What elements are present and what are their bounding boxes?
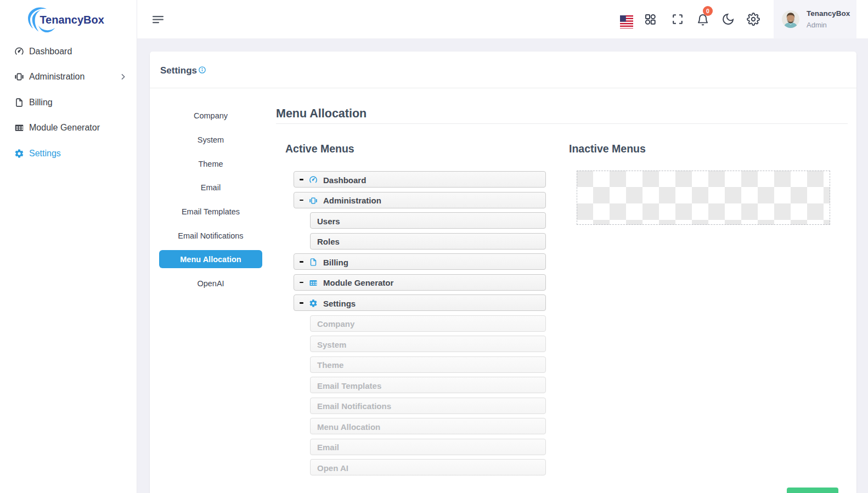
svg-text:TenancyBox: TenancyBox [40, 14, 104, 26]
